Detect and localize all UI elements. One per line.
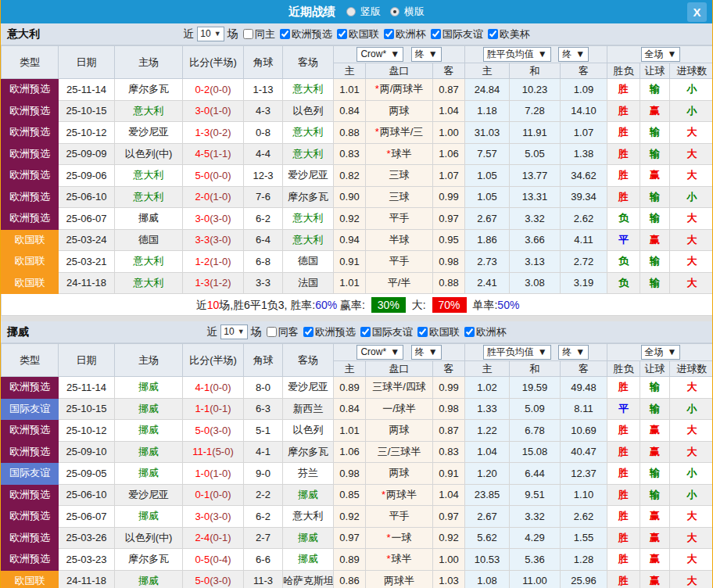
same-side-checkbox[interactable] (243, 29, 253, 39)
fullmatch-select[interactable]: 全场▼ (641, 345, 681, 360)
near-games-value: 10 (200, 27, 210, 41)
score-fulltime: 0-2 (195, 84, 210, 95)
avg-draw-odds: 3.08 (510, 272, 561, 294)
score-fulltime: 0-5 (195, 554, 210, 565)
match-date: 24-11-18 (59, 570, 115, 588)
handicap-text: 三球 (389, 191, 410, 203)
match-type-badge: 欧国联 (2, 272, 59, 294)
score-halftime: (1-0) (210, 105, 231, 117)
competition-checkbox[interactable] (488, 29, 498, 39)
handicap-result: 输 (640, 377, 670, 399)
odds-time-select[interactable]: 终▼ (411, 47, 442, 62)
bookmaker-select[interactable]: Crow*▼ (356, 47, 403, 62)
away-team: 爱沙尼亚 (283, 165, 334, 187)
competition-checkbox[interactable] (464, 327, 475, 337)
avg-select[interactable]: 胜平负均值▼ (483, 345, 551, 360)
col-header-type: 类型 (2, 344, 59, 377)
competition-checkbox[interactable] (280, 29, 290, 39)
score-fulltime: 3-0 (195, 213, 210, 224)
handicap-text: 两/两球半 (380, 83, 424, 95)
match-row: 欧国联25-03-24德国3-3(3-0)6-4意大利0.94半球0.951.8… (2, 229, 713, 251)
competition-checkbox[interactable] (417, 327, 428, 337)
avg-home-odds: 1.02 (465, 377, 510, 399)
handicap-text: 两球 (389, 105, 410, 117)
col-header-home: 主场 (115, 46, 183, 79)
competition-checkbox[interactable] (360, 327, 371, 337)
home-team: 意大利 (115, 186, 183, 208)
handicap-star: * (386, 148, 390, 160)
match-date: 25-09-05 (59, 463, 115, 485)
handicap-line: 半球 (366, 229, 433, 251)
competition-checkbox[interactable] (337, 29, 347, 39)
home-team: 挪威 (115, 463, 183, 485)
bookmaker-select[interactable]: Crow*▼ (356, 345, 403, 360)
match-date: 25-09-10 (59, 441, 115, 463)
handicap-line: 平手 (366, 506, 433, 528)
score-halftime: (0-0) (210, 84, 231, 95)
away-odds: 0.99 (433, 377, 465, 399)
avg-group-header: 胜平负均值▼ 终▼ (465, 46, 607, 63)
avg-select[interactable]: 胜平负均值▼ (483, 47, 551, 62)
match-result: 胜 (607, 186, 640, 208)
competition-checkbox[interactable] (303, 327, 314, 337)
near-games-select[interactable]: 10▼ (197, 27, 224, 41)
handicap-star: * (386, 532, 390, 543)
vertical-layout-radio[interactable] (346, 7, 356, 16)
match-date: 25-09-06 (59, 165, 115, 187)
match-row: 欧国联25-03-21意大利1-2(1-0)6-8德国0.91平手0.982.7… (2, 251, 713, 273)
avg-away-odds: 1.55 (561, 527, 607, 549)
score-halftime: (0-0) (210, 382, 231, 393)
score-cell: 5-0(3-0) (183, 420, 244, 442)
away-odds: 0.87 (433, 79, 465, 101)
goals-result: 大 (670, 229, 713, 251)
match-date: 25-03-26 (59, 527, 115, 549)
italy-filter-controls: 近10▼场同主欧洲预选欧国联欧洲杯国际友谊欧美杯 (183, 27, 529, 41)
home-team: 挪威 (115, 377, 183, 399)
competition-checkbox[interactable] (384, 29, 394, 39)
competition-checkbox[interactable] (431, 29, 441, 39)
horizontal-layout-label[interactable]: 横版 (404, 5, 425, 19)
near-games-select[interactable]: 10▼ (220, 324, 247, 339)
score-halftime: (1-0) (210, 468, 231, 479)
section-divider (1, 316, 712, 321)
match-date: 25-03-21 (59, 251, 115, 273)
away-team: 以色列 (283, 100, 334, 122)
home-odds: 1.01 (334, 420, 366, 442)
competition-label: 欧洲杯 (396, 27, 426, 41)
corner-score: 6-2 (244, 506, 283, 528)
score-cell: 3-3(3-0) (183, 229, 244, 251)
vertical-layout-label[interactable]: 竖版 (360, 5, 381, 19)
match-result: 胜 (607, 463, 640, 485)
col-header-date: 日期 (59, 46, 115, 79)
match-row: 欧洲预选25-11-14挪威4-1(0-0)8-0爱沙尼亚0.89三球半/四球0… (2, 377, 713, 399)
score-halftime: (1-0) (210, 191, 231, 203)
avg-home-odds: 10.53 (465, 549, 510, 571)
away-team: 意大利 (283, 122, 334, 144)
horizontal-layout-radio[interactable] (390, 7, 399, 16)
odds-time-select[interactable]: 终▼ (411, 345, 442, 360)
avg-draw-odds: 5.09 (510, 398, 561, 420)
handicap-text: 两球半 (386, 489, 417, 500)
match-result: 胜 (607, 420, 640, 442)
close-icon[interactable]: X (687, 2, 707, 22)
competition-label: 欧洲预选 (292, 27, 332, 41)
goals-result: 大 (670, 441, 713, 463)
avg-away-odds: 39.34 (561, 186, 607, 208)
col-header-odds-away: 客 (433, 361, 465, 377)
score-halftime: (1-0) (210, 256, 231, 267)
corner-score: 6-6 (244, 549, 283, 571)
avg-time-select[interactable]: 终▼ (558, 345, 589, 360)
score-halftime: (0-1) (210, 532, 231, 543)
competition-label: 国际友谊 (372, 325, 413, 339)
fullmatch-group-header: 全场▼ (607, 46, 713, 63)
same-side-checkbox[interactable] (267, 327, 277, 337)
fullmatch-select[interactable]: 全场▼ (641, 47, 681, 62)
avg-time-select[interactable]: 终▼ (558, 47, 589, 62)
score-fulltime: 3-0 (195, 511, 210, 522)
avg-away-odds: 34.62 (561, 165, 607, 187)
goals-result: 小 (670, 186, 713, 208)
corner-score: 6-8 (244, 251, 283, 273)
col-header-avg-away: 客 (561, 361, 607, 377)
home-team: 德国 (115, 229, 183, 251)
home-team: 意大利 (115, 165, 183, 187)
